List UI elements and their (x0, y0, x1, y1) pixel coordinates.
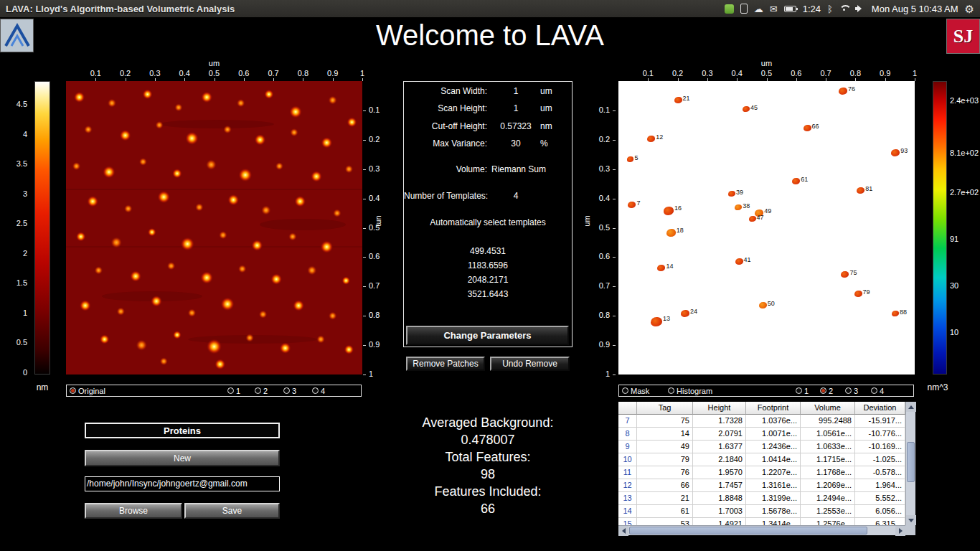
radio-label: 2 (829, 387, 833, 395)
table-cell: 1.2494e... (801, 492, 855, 505)
clock[interactable]: Mon Aug 5 10:43 AM (872, 4, 958, 14)
axis-tick-label: 0.3 (593, 164, 610, 173)
table-row[interactable]: 12661.74571.3161e...1.2069e...1.964... (618, 479, 905, 492)
radio-unselected (312, 387, 319, 394)
radio-selected (820, 387, 826, 394)
column-header-footprint[interactable]: Footprint (746, 402, 801, 415)
feature-blob-88: 88 (892, 311, 899, 316)
view-option-2[interactable]: 2 (820, 386, 833, 395)
column-header-volume[interactable]: Volume (801, 402, 855, 415)
axis-tick-label: 0.3 (699, 69, 716, 77)
scroll-up-button[interactable] (906, 402, 916, 412)
system-taskbar: LAVA: Lloyd's Algorithm-based Volumetric… (0, 0, 980, 17)
table-row[interactable]: 7751.73281.0376e...995.2488-15.917... (618, 415, 905, 428)
blob-shape (759, 302, 767, 309)
feature-blob-21: 21 (674, 97, 682, 103)
axis-tick-label: 0.1 (593, 105, 610, 114)
feature-map[interactable]: 7621456612935618139738164947184114757950… (618, 81, 915, 375)
scroll-down-button[interactable] (906, 515, 916, 525)
table-row[interactable]: 10792.18401.0414e...1.1715e...-1.025... (618, 453, 905, 466)
horizontal-scroll-thumb[interactable] (629, 527, 867, 534)
afm-height-image[interactable] (66, 81, 362, 375)
table-row[interactable]: 11761.95701.2207e...1.1768e...-0.578... (618, 466, 905, 479)
feature-blob-93: 93 (891, 149, 900, 156)
table-cell: 2.0791 (693, 428, 746, 441)
browse-button[interactable]: Browse (85, 503, 182, 519)
battery-time: 1:24 (803, 4, 821, 14)
blob-shape (839, 88, 847, 95)
view-option-mask[interactable]: Mask (622, 386, 649, 395)
volume-icon[interactable] (855, 4, 865, 13)
column-header-tag[interactable]: Tag (637, 402, 693, 415)
radio-label: Mask (631, 387, 649, 395)
scroll-right-button[interactable] (895, 526, 905, 536)
mail-icon[interactable]: ✉ (770, 4, 778, 14)
view-option-4[interactable]: 4 (312, 386, 325, 395)
table-vertical-scrollbar[interactable] (905, 402, 915, 525)
keyboard-indicator-icon[interactable] (725, 4, 734, 14)
column-header-height[interactable]: Height (693, 402, 746, 415)
axis-tick-label: 0.4 (728, 69, 745, 77)
remove-patches-button[interactable]: Remove Patches (406, 357, 485, 371)
battery-icon[interactable] (784, 6, 796, 12)
view-option-3[interactable]: 3 (845, 386, 858, 395)
feature-tag: 16 (674, 204, 682, 212)
table-cell: -15.917... (855, 415, 905, 428)
tablet-icon[interactable] (740, 4, 748, 14)
row-number: 7 (618, 415, 637, 428)
feature-blob-76: 76 (839, 88, 847, 95)
wifi-icon[interactable] (839, 5, 849, 12)
vertical-scroll-thumb[interactable] (907, 442, 915, 482)
colorbar-tick-label: 10 (950, 328, 958, 336)
axis-tick-label: 0.9 (324, 69, 341, 77)
template-value: 1183.6596 (404, 260, 572, 270)
feature-tag: 13 (663, 315, 670, 322)
axis-tick-mark (363, 257, 366, 258)
save-button[interactable]: Save (184, 503, 280, 519)
feature-blob-16: 16 (664, 207, 674, 215)
afm-image-svg (66, 81, 362, 375)
path-input[interactable]: /home/john/Insync/johngoertz@gmail.com (85, 476, 280, 491)
view-option-1[interactable]: 1 (227, 386, 240, 395)
change-parameters-button[interactable]: Change Parameters (406, 326, 569, 345)
table-row[interactable]: 14611.70031.5678e...1.2553e...6.056... (618, 505, 905, 518)
table-cell: 75 (637, 415, 693, 428)
view-option-original[interactable]: Original (70, 386, 105, 395)
column-header-deviation[interactable]: Deviation (855, 402, 905, 415)
feature-blob-24: 24 (681, 310, 689, 317)
blob-shape (627, 156, 634, 162)
view-option-1[interactable]: 1 (796, 386, 809, 395)
colorbar-tick-label: 2.5 (1, 219, 27, 227)
feature-tag: 39 (736, 189, 743, 196)
feature-tag: 66 (812, 123, 819, 130)
new-button[interactable]: New (85, 450, 280, 466)
proteins-button[interactable]: Proteins (85, 423, 280, 438)
table-horizontal-scrollbar[interactable] (618, 525, 905, 535)
table-cell: 1.1715e... (801, 453, 855, 466)
view-option-4[interactable]: 4 (871, 386, 884, 395)
view-option-2[interactable]: 2 (255, 386, 268, 395)
feature-tag: 76 (848, 85, 855, 93)
stat-label: Averaged Background: (373, 414, 603, 431)
view-option-histogram[interactable]: Histogram (668, 386, 712, 395)
feature-blob-12: 12 (647, 136, 655, 142)
table-row[interactable]: 15531.49211.3414e...1.2576e...6.315... (618, 518, 905, 525)
table-cell: 1.4921 (693, 518, 746, 525)
colorbar-tick-label: 3 (1, 189, 27, 198)
axis-tick-label: 0.2 (369, 135, 380, 143)
row-number: 14 (618, 505, 637, 518)
table-row[interactable]: 13211.88481.3199e...1.2494e...5.552... (618, 492, 905, 505)
table-row[interactable]: 8142.07911.0071e...1.0561e...-10.776... (618, 428, 905, 441)
bluetooth-icon[interactable]: ᛒ (827, 4, 833, 14)
feature-blob-41: 41 (735, 258, 743, 265)
gear-icon[interactable]: ⚙ (965, 4, 974, 14)
view-option-3[interactable]: 3 (283, 386, 296, 395)
table-row[interactable]: 9491.63771.2436e...1.0633e...-10.169... (618, 441, 905, 453)
axis-tick-label: 0.7 (265, 69, 282, 77)
cloud-icon[interactable]: ☁ (754, 4, 763, 14)
undo-remove-button[interactable]: Undo Remove (490, 357, 570, 371)
table-cell: 1.0376e... (746, 415, 801, 428)
feature-tag: 81 (865, 185, 872, 192)
feature-tag: 21 (683, 95, 690, 102)
scroll-left-button[interactable] (618, 526, 628, 536)
